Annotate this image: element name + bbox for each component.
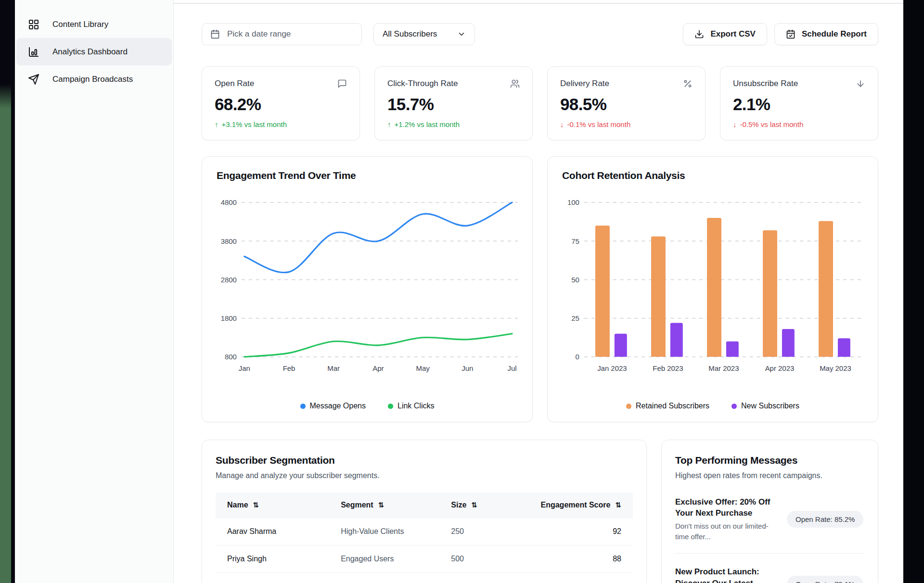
svg-text:Jun: Jun bbox=[462, 364, 473, 372]
open-rate-badge: Open Rate: 79.1% bbox=[787, 576, 863, 583]
svg-text:Mar: Mar bbox=[327, 364, 340, 372]
chart-title: Engagement Trend Over Time bbox=[217, 170, 518, 181]
svg-text:Jul: Jul bbox=[507, 364, 516, 372]
sidebar-item-analytics-dashboard[interactable]: Analytics Dashboard bbox=[16, 38, 172, 65]
stat-delta-text: -0.5% vs last month bbox=[740, 120, 804, 128]
stat-label: Click-Through Rate bbox=[387, 79, 458, 89]
desktop-edge-right bbox=[903, 0, 924, 583]
chart-title: Cohort Retention Analysis bbox=[562, 170, 863, 181]
message-item: Exclusive Offer: 20% Off Your Next Purch… bbox=[675, 496, 864, 542]
calendar-icon bbox=[210, 29, 220, 39]
stat-card-unsubscribe-rate: Unsubscribe Rate 2.1% ↓-0.5% vs last mon… bbox=[720, 66, 878, 140]
send-icon bbox=[28, 74, 39, 85]
legend-dot-icon bbox=[388, 404, 393, 409]
legend-item: Link Clicks bbox=[388, 402, 434, 410]
cell-name: Priya Singh bbox=[216, 545, 329, 573]
stat-label: Delivery Rate bbox=[560, 79, 609, 89]
line-chart: 8001800280038004800JanFebMarAprMayJunJul bbox=[217, 188, 518, 380]
svg-text:4800: 4800 bbox=[221, 198, 237, 206]
trend-arrow-icon: ↓ bbox=[560, 120, 564, 128]
svg-text:Jan 2023: Jan 2023 bbox=[597, 364, 627, 372]
stat-value: 15.7% bbox=[387, 95, 520, 114]
sidebar-item-label: Analytics Dashboard bbox=[52, 47, 128, 57]
stats-row: Open Rate 68.2% ↑+3.1% vs last month Cli… bbox=[202, 66, 878, 140]
bar-chart: 0255075100Jan 2023Feb 2023Mar 2023Apr 20… bbox=[562, 188, 863, 380]
cell-segment: Engaged Users bbox=[329, 545, 439, 573]
audience-filter-select[interactable]: All Subscribers bbox=[373, 23, 475, 45]
legend-item: Message Opens bbox=[300, 402, 366, 410]
grid-icon bbox=[28, 19, 39, 30]
legend-label: Link Clicks bbox=[398, 402, 434, 410]
stat-card-delivery-rate: Delivery Rate 98.5% ↓-0.1% vs last month bbox=[547, 66, 706, 140]
trend-arrow-icon: ↑ bbox=[215, 120, 218, 128]
stat-value: 98.5% bbox=[560, 95, 693, 114]
stat-delta: ↑+1.2% vs last month bbox=[387, 120, 520, 128]
sort-icon: ⇅ bbox=[253, 501, 259, 509]
stat-delta: ↓-0.5% vs last month bbox=[733, 120, 865, 128]
bottom-row: Subscriber Segmentation Manage and analy… bbox=[202, 440, 878, 583]
audience-filter-value: All Subscribers bbox=[383, 29, 437, 39]
sidebar-item-label: Campaign Broadcasts bbox=[52, 75, 133, 84]
cell-segment: High-Value Clients bbox=[329, 518, 439, 545]
stat-card-click-through-rate: Click-Through Rate 15.7% ↑+1.2% vs last … bbox=[374, 66, 533, 140]
main-content: Pick a date range All Subscribers Export… bbox=[174, 0, 903, 583]
column-header-engagement-score[interactable]: Engagement Score⇅ bbox=[529, 493, 633, 518]
stat-delta-text: -0.1% vs last month bbox=[567, 120, 631, 128]
column-header-segment[interactable]: Segment⇅ bbox=[329, 493, 439, 518]
column-header-name[interactable]: Name⇅ bbox=[216, 493, 329, 518]
stat-value: 68.2% bbox=[215, 95, 347, 114]
export-csv-button[interactable]: Export CSV bbox=[683, 23, 767, 45]
table-row bbox=[216, 573, 633, 583]
svg-text:Jan: Jan bbox=[239, 364, 250, 372]
table-row: Aarav Sharma High-Value Clients 250 92 bbox=[216, 518, 633, 545]
svg-text:75: 75 bbox=[571, 237, 579, 245]
svg-text:May: May bbox=[416, 364, 430, 372]
engagement-trend-chart-card: Engagement Trend Over Time 8001800280038… bbox=[202, 156, 533, 422]
stat-label: Unsubscribe Rate bbox=[733, 79, 798, 89]
message-title: New Product Launch: Discover Our Latest … bbox=[675, 566, 780, 583]
svg-text:Apr: Apr bbox=[372, 364, 384, 372]
sidebar-item-content-library[interactable]: Content Library bbox=[16, 11, 172, 38]
cell-size: 250 bbox=[439, 518, 529, 545]
legend-label: Retained Subscribers bbox=[636, 402, 709, 410]
subscriber-segmentation-panel: Subscriber Segmentation Manage and analy… bbox=[202, 440, 647, 583]
legend-dot-icon bbox=[626, 404, 631, 409]
stat-delta: ↓-0.1% vs last month bbox=[560, 120, 693, 128]
cell-size: 500 bbox=[439, 545, 529, 573]
legend-item: New Subscribers bbox=[732, 402, 799, 410]
message-item: New Product Launch: Discover Our Latest … bbox=[675, 566, 864, 583]
panel-subtitle: Highest open rates from recent campaigns… bbox=[675, 471, 864, 480]
legend-dot-icon bbox=[732, 404, 737, 409]
arrow-down-icon bbox=[856, 79, 865, 89]
stat-delta-text: +3.1% vs last month bbox=[222, 120, 287, 128]
schedule-report-button[interactable]: Schedule Report bbox=[774, 23, 878, 45]
svg-text:3800: 3800 bbox=[221, 237, 237, 245]
message-square-icon bbox=[337, 79, 347, 89]
sidebar-item-campaign-broadcasts[interactable]: Campaign Broadcasts bbox=[16, 65, 172, 93]
content-top-divider bbox=[174, 0, 903, 4]
column-header-size[interactable]: Size⇅ bbox=[439, 493, 529, 518]
cell-engagement-score: 88 bbox=[529, 545, 633, 573]
open-rate-badge: Open Rate: 85.2% bbox=[787, 511, 863, 528]
date-range-placeholder: Pick a date range bbox=[227, 29, 291, 39]
segmentation-table: Name⇅ Segment⇅ Size⇅ Engagement Score⇅ A… bbox=[216, 493, 633, 583]
message-description: Don't miss out on our limited-time offer… bbox=[675, 521, 780, 542]
svg-text:1800: 1800 bbox=[221, 314, 237, 322]
trend-arrow-icon: ↓ bbox=[733, 120, 737, 128]
svg-text:100: 100 bbox=[567, 198, 579, 206]
legend-dot-icon bbox=[300, 404, 306, 409]
panel-subtitle: Manage and analyze your subscriber segme… bbox=[216, 471, 633, 480]
desktop-edge-left bbox=[0, 0, 15, 583]
trend-arrow-icon: ↑ bbox=[387, 120, 391, 128]
panel-title: Top Performing Messages bbox=[675, 455, 864, 466]
legend-label: New Subscribers bbox=[741, 402, 799, 410]
percent-icon bbox=[683, 79, 693, 89]
date-range-picker[interactable]: Pick a date range bbox=[202, 23, 362, 45]
svg-text:Feb: Feb bbox=[283, 364, 295, 372]
download-icon bbox=[694, 29, 704, 39]
sort-icon: ⇅ bbox=[615, 501, 621, 509]
message-title: Exclusive Offer: 20% Off Your Next Purch… bbox=[675, 496, 780, 519]
svg-text:800: 800 bbox=[225, 353, 237, 361]
cohort-retention-chart-card: Cohort Retention Analysis 0255075100Jan … bbox=[547, 156, 878, 422]
message-text: Exclusive Offer: 20% Off Your Next Purch… bbox=[675, 496, 787, 542]
